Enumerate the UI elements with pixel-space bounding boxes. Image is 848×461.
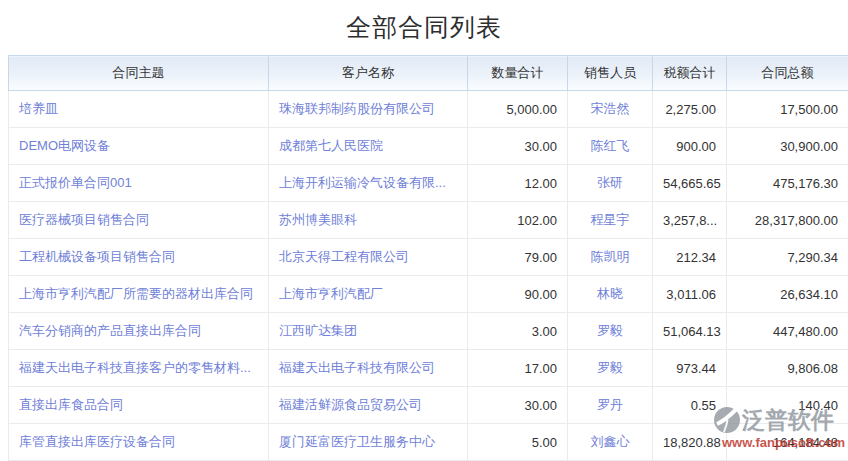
- cell-quantity: 30.00: [468, 387, 568, 424]
- cell-tax: 51,064.13: [653, 313, 727, 350]
- table-row: 工程机械设备项目销售合同北京天得工程有限公司79.00陈凯明212.347,29…: [9, 239, 848, 276]
- cell-quantity: 90.00: [468, 276, 568, 313]
- table-row: 正式报价单合同001上海开利运输冷气设备有限...12.00张研54,665.6…: [9, 165, 848, 202]
- cell-customer[interactable]: 上海市亨利汽配厂: [269, 276, 468, 313]
- cell-quantity: 30.00: [468, 128, 568, 165]
- cell-subject[interactable]: DEMO电网设备: [9, 128, 269, 165]
- cell-quantity: 5,000.00: [468, 91, 568, 128]
- cell-tax: 18,820.88: [653, 424, 727, 461]
- cell-customer[interactable]: 江西旷达集团: [269, 313, 468, 350]
- cell-tax: 3,011.06: [653, 276, 727, 313]
- cell-salesperson[interactable]: 罗丹: [568, 387, 653, 424]
- cell-subject[interactable]: 培养皿: [9, 91, 269, 128]
- cell-subject[interactable]: 工程机械设备项目销售合同: [9, 239, 269, 276]
- cell-subject[interactable]: 正式报价单合同001: [9, 165, 269, 202]
- page-title: 全部合同列表: [0, 0, 848, 44]
- table-row: 汽车分销商的产品直接出库合同江西旷达集团3.00罗毅51,064.13447,4…: [9, 313, 848, 350]
- column-header-salesperson: 销售人员: [568, 56, 653, 91]
- all-contracts-list-page: 全部合同列表 合同主题客户名称数量合计销售人员税额合计合同总额 培养皿珠海联邦制…: [0, 0, 848, 44]
- cell-salesperson[interactable]: 陈红飞: [568, 128, 653, 165]
- cell-salesperson[interactable]: 陈凯明: [568, 239, 653, 276]
- cell-tax: 973.44: [653, 350, 727, 387]
- column-header-tax: 税额合计: [653, 56, 727, 91]
- table-row: 直接出库食品合同福建活鲜源食品贸易公司30.00罗丹0.55140.40: [9, 387, 848, 424]
- cell-salesperson[interactable]: 程星宇: [568, 202, 653, 239]
- cell-tax: 0.55: [653, 387, 727, 424]
- table-row: 医疗器械项目销售合同苏州博美眼科102.00程星宇3,257,8...28,31…: [9, 202, 848, 239]
- cell-customer[interactable]: 成都第七人民医院: [269, 128, 468, 165]
- table-row: 培养皿珠海联邦制药股份有限公司5,000.00宋浩然2,275.0017,500…: [9, 91, 848, 128]
- table-row: 库管直接出库医疗设备合同厦门延富医疗卫生服务中心5.00刘鑫心18,820.88…: [9, 424, 848, 461]
- cell-total: 447,480.00: [727, 313, 848, 350]
- cell-quantity: 5.00: [468, 424, 568, 461]
- table-body: 培养皿珠海联邦制药股份有限公司5,000.00宋浩然2,275.0017,500…: [9, 91, 848, 461]
- cell-tax: 212.34: [653, 239, 727, 276]
- cell-salesperson[interactable]: 刘鑫心: [568, 424, 653, 461]
- contracts-table: 合同主题客户名称数量合计销售人员税额合计合同总额 培养皿珠海联邦制药股份有限公司…: [8, 55, 848, 461]
- cell-total: 17,500.00: [727, 91, 848, 128]
- cell-quantity: 79.00: [468, 239, 568, 276]
- table-row: DEMO电网设备成都第七人民医院30.00陈红飞900.0030,900.00: [9, 128, 848, 165]
- cell-customer[interactable]: 苏州博美眼科: [269, 202, 468, 239]
- cell-salesperson[interactable]: 张研: [568, 165, 653, 202]
- cell-subject[interactable]: 福建天出电子科技直接客户的零售材料...: [9, 350, 269, 387]
- cell-customer[interactable]: 福建天出电子科技有限公司: [269, 350, 468, 387]
- cell-total: 26,634.10: [727, 276, 848, 313]
- table-header: 合同主题客户名称数量合计销售人员税额合计合同总额: [9, 56, 848, 91]
- cell-quantity: 17.00: [468, 350, 568, 387]
- cell-salesperson[interactable]: 林晓: [568, 276, 653, 313]
- cell-subject[interactable]: 库管直接出库医疗设备合同: [9, 424, 269, 461]
- cell-subject[interactable]: 医疗器械项目销售合同: [9, 202, 269, 239]
- column-header-subject: 合同主题: [9, 56, 269, 91]
- cell-customer[interactable]: 珠海联邦制药股份有限公司: [269, 91, 468, 128]
- cell-tax: 900.00: [653, 128, 727, 165]
- cell-total: 7,290.34: [727, 239, 848, 276]
- cell-quantity: 3.00: [468, 313, 568, 350]
- cell-subject[interactable]: 直接出库食品合同: [9, 387, 269, 424]
- cell-total: 30,900.00: [727, 128, 848, 165]
- column-header-total: 合同总额: [727, 56, 848, 91]
- cell-salesperson[interactable]: 宋浩然: [568, 91, 653, 128]
- cell-total: 164,184.48: [727, 424, 848, 461]
- table-row: 福建天出电子科技直接客户的零售材料...福建天出电子科技有限公司17.00罗毅9…: [9, 350, 848, 387]
- cell-tax: 54,665.65: [653, 165, 727, 202]
- column-header-quantity: 数量合计: [468, 56, 568, 91]
- cell-customer[interactable]: 福建活鲜源食品贸易公司: [269, 387, 468, 424]
- cell-salesperson[interactable]: 罗毅: [568, 350, 653, 387]
- cell-customer[interactable]: 北京天得工程有限公司: [269, 239, 468, 276]
- cell-subject[interactable]: 汽车分销商的产品直接出库合同: [9, 313, 269, 350]
- cell-quantity: 102.00: [468, 202, 568, 239]
- cell-tax: 3,257,8...: [653, 202, 727, 239]
- cell-total: 475,176.30: [727, 165, 848, 202]
- cell-salesperson[interactable]: 罗毅: [568, 313, 653, 350]
- cell-total: 140.40: [727, 387, 848, 424]
- table-header-row: 合同主题客户名称数量合计销售人员税额合计合同总额: [9, 56, 848, 91]
- cell-total: 9,806.08: [727, 350, 848, 387]
- cell-subject[interactable]: 上海市亨利汽配厂所需要的器材出库合同: [9, 276, 269, 313]
- cell-total: 28,317,800.00: [727, 202, 848, 239]
- cell-quantity: 12.00: [468, 165, 568, 202]
- column-header-customer: 客户名称: [269, 56, 468, 91]
- table-row: 上海市亨利汽配厂所需要的器材出库合同上海市亨利汽配厂90.00林晓3,011.0…: [9, 276, 848, 313]
- cell-tax: 2,275.00: [653, 91, 727, 128]
- cell-customer[interactable]: 厦门延富医疗卫生服务中心: [269, 424, 468, 461]
- cell-customer[interactable]: 上海开利运输冷气设备有限...: [269, 165, 468, 202]
